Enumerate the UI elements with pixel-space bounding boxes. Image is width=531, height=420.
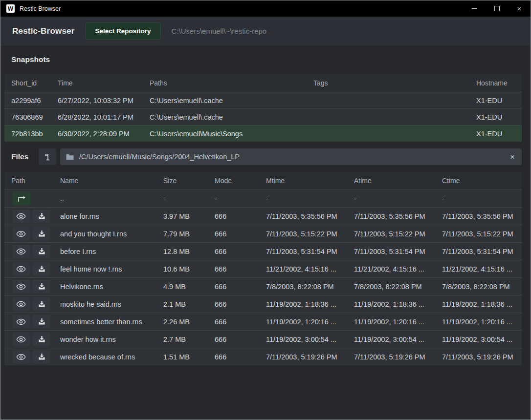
file-row[interactable]: sometimes better than.rns 2.26 MB 666 11… [4,313,522,330]
column-size: Size [163,177,215,185]
file-row[interactable]: alone for.rns 3.97 MB 666 7/11/2003, 5:3… [4,207,522,225]
clear-path-button[interactable]: × [509,153,516,161]
file-mtime: 11/21/2002, 4:15:16 ... [266,265,354,273]
file-name: moskito he said.rns [60,300,163,308]
preview-button[interactable] [12,333,30,346]
preview-button[interactable] [12,350,30,364]
snapshots-table: Short_id Time Paths Tags Hostname a2299a… [4,74,522,142]
download-button[interactable] [33,297,50,311]
file-atime: 11/21/2002, 4:15:16 ... [354,265,442,273]
file-mtime: - [266,195,354,203]
column-time: Time [58,79,150,87]
file-row-actions [11,350,60,364]
file-atime: - [354,195,442,203]
titlebar: W Restic Browser × [0,0,531,17]
file-size: 4.9 MB [163,283,215,291]
file-row[interactable]: wonder how it.rns 2.7 MB 666 11/19/2002,… [4,330,522,348]
column-hostname: Hostname [476,79,522,87]
snapshot-short-id: a2299af6 [11,97,58,105]
file-row-actions [11,227,60,241]
file-name: .. [60,195,163,203]
clear-icon: × [510,152,515,162]
go-up-button[interactable] [12,192,31,206]
preview-button[interactable] [12,262,30,276]
snapshot-row[interactable]: a2299af6 6/27/2022, 10:03:32 PM C:\Users… [4,92,522,108]
eye-icon [16,266,26,273]
file-row[interactable]: before I.rns 12.8 MB 666 7/11/2003, 5:31… [4,242,522,260]
file-mode: - [215,195,266,203]
parent-directory-row[interactable]: .. - - - - - [4,189,522,207]
window-title: Restic Browser [20,5,61,12]
preview-button[interactable] [12,315,30,329]
download-button[interactable] [33,245,50,258]
up-right-arrow-icon [17,195,26,202]
download-button[interactable] [33,262,50,276]
snapshot-row[interactable]: 72b813bb 6/30/2022, 2:28:09 PM C:\Users\… [4,125,522,142]
preview-button[interactable] [12,210,30,223]
download-icon [38,318,45,325]
files-table-header: Path Name Size Mode Mtime Atime Ctime [4,172,522,189]
preview-button[interactable] [12,227,30,241]
column-path: Path [11,177,60,185]
file-mode: 666 [215,300,266,308]
eye-icon [16,354,26,360]
column-atime: Atime [354,177,442,185]
file-ctime: 11/19/2002, 1:20:16 ... [442,318,522,326]
file-name: Helvikone.rns [60,283,163,291]
files-rows: alone for.rns 3.97 MB 666 7/11/2003, 5:3… [4,207,522,365]
snapshot-time: 6/27/2022, 10:03:32 PM [58,97,150,105]
file-atime: 11/19/2002, 3:00:54 ... [354,336,442,343]
file-mtime: 11/19/2002, 3:00:54 ... [266,336,354,343]
snapshot-hostname: X1-EDU [476,113,522,121]
file-row-actions [11,262,60,276]
file-name: wonder how it.rns [60,336,163,343]
file-name: sometimes better than.rns [60,318,163,326]
eye-icon [16,231,26,237]
file-name: before I.rns [60,248,163,255]
window-controls: × [463,0,531,17]
close-button[interactable]: × [508,0,531,17]
download-icon [38,336,45,343]
file-ctime: - [442,195,522,203]
file-mtime: 7/11/2003, 5:35:56 PM [266,212,354,220]
download-button[interactable] [33,280,50,294]
download-button[interactable] [33,227,50,241]
repository-path: C:\Users\emuell\~\restic-repo [172,27,267,35]
eye-icon [16,248,26,255]
folder-icon [66,154,74,160]
file-mode: 666 [215,212,266,220]
file-size: 12.8 MB [163,248,215,255]
download-button[interactable] [33,315,50,329]
file-atime: 7/11/2003, 5:35:56 PM [354,212,442,220]
download-button[interactable] [33,350,50,364]
file-mode: 666 [215,248,266,255]
file-row[interactable]: and you thought I.rns 7.79 MB 666 7/11/2… [4,225,522,242]
file-ctime: 11/21/2002, 4:15:16 ... [442,265,522,273]
file-row[interactable]: feel home now !.rns 10.6 MB 666 11/21/20… [4,260,522,277]
preview-button[interactable] [12,245,30,258]
select-repository-button[interactable]: Select Repository [86,22,161,40]
minimize-button[interactable] [463,0,486,17]
goto-parent-icon [44,152,51,161]
maximize-button[interactable] [486,0,508,17]
preview-button[interactable] [12,280,30,294]
current-path-field[interactable]: /C/Users/emuell/Music/Songs/2004_Helveti… [60,148,522,165]
file-mtime: 11/19/2002, 1:18:36 ... [266,300,354,308]
snapshots-heading: Snapshots [11,55,531,64]
column-short-id: Short_id [11,79,58,87]
file-mtime: 7/11/2003, 5:31:54 PM [266,248,354,255]
snapshot-time: 6/28/2022, 10:01:17 PM [58,113,150,121]
goto-root-button[interactable] [39,148,56,165]
snapshot-short-id: 76306869 [11,113,58,121]
file-row[interactable]: wrecked because of.rns 1.51 MB 666 7/11/… [4,348,522,365]
file-row[interactable]: Helvikone.rns 4.9 MB 666 7/8/2003, 8:22:… [4,277,522,295]
preview-button[interactable] [12,297,30,311]
file-row[interactable]: moskito he said.rns 2.1 MB 666 11/19/200… [4,295,522,313]
file-mode: 666 [215,230,266,238]
download-button[interactable] [33,210,50,223]
file-ctime: 7/11/2003, 5:15:22 PM [442,230,522,238]
file-mtime: 7/11/2003, 5:15:22 PM [266,230,354,238]
snapshot-row[interactable]: 76306869 6/28/2022, 10:01:17 PM C:\Users… [4,108,522,125]
maximize-icon [494,6,500,11]
download-button[interactable] [33,333,50,346]
